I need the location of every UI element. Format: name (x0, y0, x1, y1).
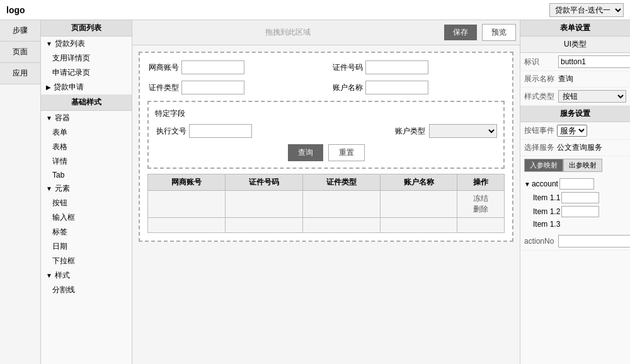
platform-select[interactable]: 贷款平台-迭代一 (549, 3, 624, 17)
tree-divider[interactable]: 分割线 (41, 283, 132, 297)
tab-label: Tab (52, 171, 64, 179)
label-label: 标签 (52, 227, 67, 237)
mapping-tree: ▼ account Item 1.1 Item 1.2 Item 1.3 (520, 174, 630, 232)
button-label: 按钮 (52, 198, 67, 208)
account-root-label: account (532, 179, 558, 188)
cell-1-4 (380, 191, 457, 218)
tree-label[interactable]: 标签 (41, 225, 132, 239)
account-type-select[interactable] (429, 124, 497, 138)
tab-pages[interactable]: 页面 (0, 42, 40, 63)
top-bar: logo 贷款平台-迭代一 (0, 0, 630, 20)
arrow-loan-apply: ▶ (46, 84, 51, 91)
field-account-type: 账户类型 (331, 124, 498, 138)
right-panel: 表单设置 UI类型 标识 展示名称 查询 样式类型 按钮 服务设置 按钮事件 服… (520, 20, 630, 364)
tree-item-loan-apply[interactable]: ▶ 贷款申请 (41, 80, 132, 94)
out-mapping-tab[interactable]: 出参映射 (563, 159, 602, 172)
col-id-number: 证件号码 (225, 174, 302, 191)
style-type-select[interactable]: 按钮 (558, 90, 626, 103)
cell-2-4 (380, 218, 457, 233)
action-no-row: actionNo (520, 232, 630, 251)
tab-apps[interactable]: 应用 (0, 63, 40, 84)
preview-button[interactable]: 预览 (482, 24, 516, 41)
account-name-label: 账户名称 (331, 82, 363, 93)
logo: logo (6, 5, 25, 15)
save-button[interactable]: 保存 (444, 25, 477, 40)
tree-item-loan-list[interactable]: ▼ 贷款列表 (41, 37, 132, 51)
tree-table[interactable]: 表格 (41, 140, 132, 154)
id-type-input[interactable] (181, 81, 244, 94)
form-label: 表单 (52, 127, 67, 138)
main-layout: 步骤 页面 应用 页面列表 ▼ 贷款列表 支用详情页 申请记录页 ▶ 贷款申请 … (0, 20, 630, 364)
cell-2-1 (148, 218, 226, 233)
center-panel: 拖拽到此区域 保存 预览 网商账号 证件号码 (132, 20, 520, 364)
platform-selector[interactable]: 贷款平台-迭代一 (549, 3, 624, 17)
id-number-input[interactable] (365, 60, 428, 74)
item13-label: Item 1.3 (533, 220, 560, 229)
cell-1-action[interactable]: 冻结 删除 (457, 191, 505, 218)
execution-no-label: 执行文号 (155, 126, 186, 137)
button-event-label: 按钮事件 (524, 125, 554, 136)
account-name-input[interactable] (365, 81, 428, 94)
container-label: 容器 (55, 113, 70, 123)
tree-button[interactable]: 按钮 (41, 196, 132, 210)
display-name-value: 查询 (558, 74, 573, 84)
mapping-tabs: 入参映射 出参映射 (520, 156, 630, 174)
table-label: 表格 (52, 142, 67, 152)
field-execution-no: 执行文号 (155, 124, 321, 138)
center-content: 网商账号 证件号码 证件类型 账户名称 (132, 45, 520, 364)
form-row-1: 网商账号 证件号码 (147, 60, 505, 74)
item11-input[interactable] (561, 192, 599, 203)
application-page-label: 申请记录页 (52, 67, 90, 78)
base-style-header: 基础样式 (41, 94, 132, 111)
middle-left-panel: 页面列表 ▼ 贷款列表 支用详情页 申请记录页 ▶ 贷款申请 基础样式 ▼ 容器… (41, 20, 132, 364)
tree-date[interactable]: 日期 (41, 239, 132, 254)
date-label: 日期 (52, 241, 67, 252)
select-service-row: 选择服务 公文查询服务 (520, 140, 630, 156)
tree-item-detail-page[interactable]: 支用详情页 (41, 51, 132, 65)
form-row-2: 证件类型 账户名称 (147, 81, 505, 94)
query-button[interactable]: 查询 (288, 144, 323, 161)
tree-form[interactable]: 表单 (41, 125, 132, 140)
id-label: 标识 (524, 57, 556, 67)
field-id-number: 证件号码 (331, 60, 505, 74)
tree-dropdown[interactable]: 下拉框 (41, 254, 132, 268)
in-mapping-tab[interactable]: 入参映射 (524, 159, 563, 172)
col-action: 操作 (457, 174, 505, 191)
action-no-input[interactable] (558, 235, 630, 247)
cell-1-2 (225, 191, 302, 218)
col-account-name: 账户名称 (380, 174, 457, 191)
cell-2-2 (225, 218, 302, 233)
tree-child-item12: Item 1.2 (524, 205, 626, 219)
select-service-label: 选择服务 (524, 142, 554, 153)
result-table: 网商账号 证件号码 证件类型 账户名称 操作 (147, 174, 505, 233)
tree-tab[interactable]: Tab (41, 169, 132, 181)
action-no-label: actionNo (524, 237, 556, 246)
id-input[interactable] (558, 55, 630, 68)
tree-container[interactable]: ▼ 容器 (41, 111, 132, 125)
style-type-label: 样式类型 (524, 91, 556, 102)
account-type-label: 账户类型 (394, 126, 425, 137)
special-row: 执行文号 账户类型 (155, 124, 497, 138)
button-event-select[interactable]: 服务 (557, 125, 587, 137)
account-arrow: ▼ (524, 181, 530, 188)
tree-elements[interactable]: ▼ 元素 (41, 181, 132, 196)
tab-steps[interactable]: 步骤 (0, 20, 40, 42)
tree-item-application-page[interactable]: 申请记录页 (41, 65, 132, 80)
item12-input[interactable] (561, 206, 599, 217)
merchant-account-input[interactable] (181, 60, 244, 74)
form-actions: 查询 重置 (155, 144, 497, 161)
tree-style[interactable]: ▼ 样式 (41, 268, 132, 283)
table-row: 冻结 删除 (148, 191, 505, 218)
execution-no-input[interactable] (189, 124, 252, 138)
elements-label: 元素 (55, 183, 70, 194)
account-root-input[interactable] (559, 178, 594, 190)
display-name-row: 展示名称 查询 (520, 71, 630, 88)
item12-label: Item 1.2 (533, 207, 560, 216)
tree-detail[interactable]: 详情 (41, 154, 132, 169)
special-section: 特定字段 执行文号 账户类型 查询 重置 (147, 101, 505, 169)
col-merchant-account: 网商账号 (148, 174, 226, 191)
special-section-title: 特定字段 (155, 108, 497, 119)
tree-input[interactable]: 输入框 (41, 210, 132, 225)
reset-button[interactable]: 重置 (328, 144, 365, 161)
detail-page-label: 支用详情页 (52, 53, 90, 64)
